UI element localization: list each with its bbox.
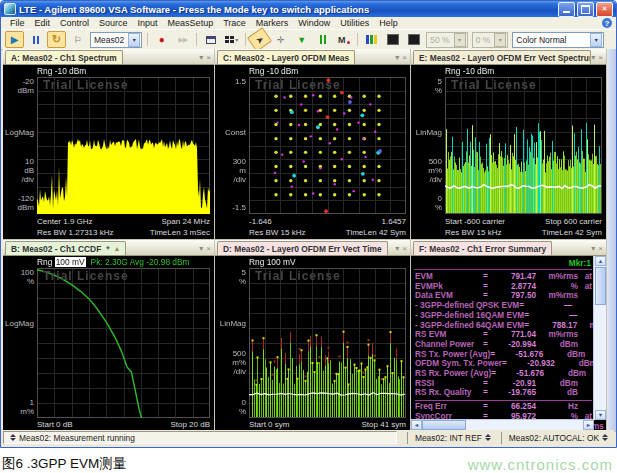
layout-single-button[interactable] [201,31,220,48]
y-axis-top-label: 5 % [411,77,442,95]
menu-utilities[interactable]: Utilities [335,18,374,28]
menu-input[interactable]: Input [133,18,163,28]
right-gutter [607,49,616,431]
minimize-button[interactable] [558,2,575,17]
menu-window[interactable]: Window [293,18,335,28]
summary-row: EVMPk=2.8774%at [415,282,592,292]
maximize-button[interactable] [577,2,594,17]
panel-close-icon[interactable]: × [206,244,211,253]
chevron-down-icon[interactable]: ▾ [494,33,506,47]
panel-menu-icon[interactable]: ▾ [591,53,595,62]
scrollbar-thumb[interactable] [422,420,466,430]
panel-close-icon[interactable]: × [598,244,603,253]
peak-marker-button[interactable]: ▼ [292,31,311,48]
panel-close-icon[interactable]: × [598,53,603,62]
panel-close-icon[interactable]: × [402,53,407,62]
play-button[interactable]: ▶ [5,31,24,48]
close-button[interactable]: × [596,2,613,17]
panel-close-icon[interactable]: × [206,53,211,62]
menu-source[interactable]: Source [94,18,133,28]
band-marker-icon [320,35,326,44]
chevron-down-icon[interactable]: ▾ [128,33,140,47]
panel-e-errvect-spectrum: E: Meas02 - Layer0 OFDM Err Vect Spectru… [411,49,606,239]
ccdf-chart-canvas [37,268,210,418]
chevron-down-icon[interactable]: ▾ [454,33,466,47]
titlebar: LTE - Agilent 89600 VSA Software - Press… [1,1,616,17]
dark-display-icon [387,34,399,45]
panel-close-icon[interactable]: × [402,244,407,253]
tab-panel-b[interactable]: B: Meas02 - Ch1 CCDF*▲ [5,241,126,255]
summary-divider [414,269,592,270]
y-axis-top-label: 1.5 [215,77,246,86]
scroll-down-icon[interactable]: ▼ [595,410,606,420]
summary-row: RS Rx. Quality=-19.765dB [415,388,592,398]
y-axis-bottom-label: 1 m% [3,398,34,416]
menu-file[interactable]: File [5,18,30,28]
color-mode-select[interactable]: Color Normal▾ [512,32,604,48]
trial-license-watermark: Trial License [43,78,129,92]
x-axis-right-label: Span 24 MHz [162,216,210,227]
menu-meassetup[interactable]: MeasSetup [163,18,219,28]
panel-menu-icon[interactable]: ▾ [591,244,595,253]
measurement-status-text: Meas02: Measurement running [19,433,135,443]
chevron-down-icon[interactable]: ▾ [235,36,238,43]
x-axis-right-label: Stop 600 carrier [545,216,602,227]
record-button[interactable]: ● [152,31,171,48]
summary-row: - 3GPP-defined QPSK EVM=— [415,301,592,311]
zoom-percent-select[interactable]: 50 %▾ [426,32,467,48]
panel-menu-icon[interactable]: ▾ [199,53,203,62]
y-axis-format-label: LinMag [411,128,442,137]
x-axis-right-label: Stop 20 dB [170,419,210,430]
x-axis-left-label: Start 0 sym [249,419,289,430]
restart-button[interactable]: ↻ [47,31,66,48]
scroll-up-icon[interactable]: ▲ [595,256,606,266]
timelen-label: TimeLen 42 Sym [542,227,602,238]
panel-menu-icon[interactable]: ▾ [395,244,399,253]
vertical-scrollbar[interactable]: ▲ ▼ [593,256,606,420]
pause-button[interactable] [26,31,45,48]
menu-markers[interactable]: Markers [251,18,294,28]
reference-status-field: Meas02: INT REF [412,431,497,444]
x-axis-left-label: Center 1.9 GHz [37,216,93,227]
tab-panel-c[interactable]: C: Meas02 - Layer0 OFDM Meas [217,50,355,64]
trigger-percent-select[interactable]: 0 %▾ [472,32,509,48]
layout-grid-button[interactable]: ▾ [222,31,241,48]
help-icon[interactable]: ? [602,18,612,28]
tab-panel-e[interactable]: E: Meas02 - Layer0 OFDM Err Vect Spectru… [413,50,591,64]
tab-panel-a[interactable]: A: Meas02 - Ch1 Spectrum [5,50,123,64]
trace-colors-icon [366,35,377,44]
scrollbar-thumb[interactable] [595,267,606,305]
tab-panel-f[interactable]: F: Meas02 - Ch1 Error Summary [413,241,552,255]
scroll-left-icon[interactable]: ◄ [411,420,422,430]
menu-help[interactable]: Help [374,18,403,28]
measurement-status-field: Meas02: Measurement running [3,431,397,444]
y-axis-scale-label: 300 m /div [215,157,246,184]
menu-edit[interactable]: Edit [30,18,56,28]
spinner-icon[interactable] [10,434,16,441]
display-dark-button[interactable] [383,31,402,48]
y-axis-scale-label: 500 m% /div [215,349,246,376]
spinner-icon[interactable] [485,434,491,441]
y-axis-scale-label: 10 dB /div [3,157,34,184]
panel-menu-icon[interactable]: ▾ [395,53,399,62]
playback-button[interactable]: ▶▶ [173,31,192,48]
marker-m-button[interactable]: M [334,31,353,48]
scroll-right-icon[interactable]: ► [583,420,594,430]
chevron-down-icon[interactable]: ▾ [590,33,602,47]
y-axis-bottom-label: -1.5 [215,203,246,212]
marker-move-button[interactable]: ✛ [271,31,290,48]
menu-trace[interactable]: Trace [218,18,251,28]
panel-f-error-summary: F: Meas02 - Ch1 Error Summary ▾× Mkr:1 E… [411,240,606,431]
resbw-label: Res BW 15 kHz [445,227,501,238]
spinner-icon[interactable] [602,434,608,441]
display-dark2-button[interactable] [404,31,423,48]
panel-menu-icon[interactable]: ▾ [199,244,203,253]
menu-control[interactable]: Control [55,18,94,28]
tab-panel-d[interactable]: D: Meas02 - Layer0 OFDM Err Vect Time [217,241,388,255]
trace-colors-button[interactable] [362,31,381,48]
range-readout: Rng 100 mV [249,257,296,267]
range-value[interactable]: 100 mV [55,257,86,267]
band-marker-button[interactable] [313,31,332,48]
measurement-select[interactable]: Meas02▾ [90,32,142,48]
single-sweep-button[interactable]: ⚐ [68,31,87,48]
